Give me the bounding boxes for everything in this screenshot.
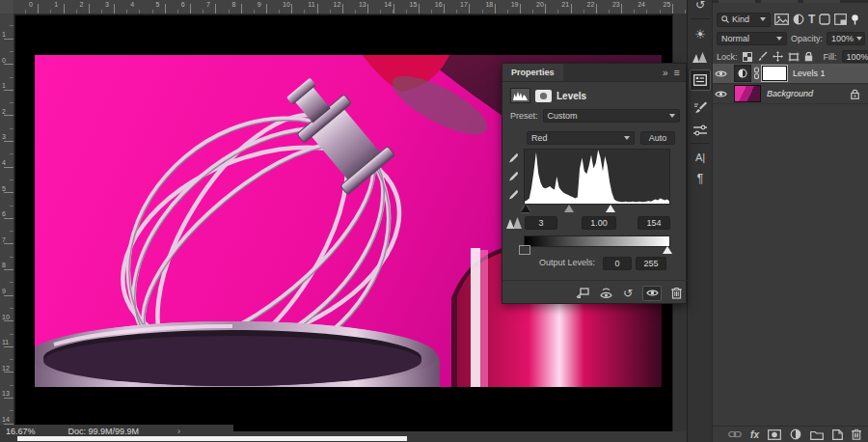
history-panel-icon[interactable]: ↺ [690, 0, 711, 15]
layer-thumbnail[interactable] [734, 85, 761, 102]
ruler-left: 101234567891011121314 [0, 14, 14, 431]
doc-size: Doc: 99.9M/99.9M [68, 427, 140, 436]
layers-bottom-bar: fx [713, 426, 868, 442]
lock-pixels-icon[interactable] [757, 51, 768, 62]
filter-toggle-icon[interactable] [851, 14, 859, 25]
background-lock-icon[interactable] [851, 89, 859, 99]
layer-row-levels[interactable]: Levels 1 [713, 64, 868, 84]
tool-presets-panel-icon[interactable] [690, 120, 711, 141]
view-previous-state-icon[interactable] [599, 288, 613, 299]
brush-settings-panel-icon[interactable] [690, 97, 711, 118]
layers-tab-strip[interactable] [713, 0, 868, 3]
adjustment-layer-thumbnail[interactable] [734, 65, 751, 82]
input-black-field[interactable]: 3 [525, 216, 557, 230]
input-gamma-field[interactable]: 1.00 [582, 216, 616, 230]
zoom-level[interactable]: 16.67% [6, 427, 36, 436]
ruler-corner [0, 0, 14, 14]
status-chevron[interactable]: › [177, 427, 180, 436]
blend-mode-dropdown[interactable]: Normal [717, 32, 787, 45]
output-white-field[interactable]: 255 [636, 257, 666, 270]
input-white-field[interactable]: 154 [637, 216, 670, 230]
input-slider-white[interactable] [606, 205, 615, 212]
white-point-eyedropper-icon[interactable] [507, 189, 519, 201]
lock-artboard-icon[interactable] [788, 52, 800, 62]
input-slider-track [524, 205, 668, 213]
panel-dock: ↺ ☀ A| ¶ [687, 0, 714, 442]
levels-histogram [524, 149, 670, 205]
toggle-visibility-icon[interactable] [642, 286, 662, 301]
paragraph-panel-icon[interactable]: ¶ [690, 168, 711, 189]
preset-label: Preset: [510, 111, 538, 121]
auto-button[interactable]: Auto [640, 131, 675, 145]
search-icon [721, 15, 729, 23]
lock-label: Lock: [717, 52, 738, 62]
levels-mountains-icon [506, 216, 523, 229]
chevron-down-icon [669, 114, 675, 118]
levels-histogram-icon [510, 88, 530, 103]
filter-adjustment-layers-icon[interactable] [793, 14, 804, 25]
preset-value: Custom [548, 111, 666, 121]
taskbar-sliver [17, 436, 407, 441]
layer-style-fx-icon[interactable]: fx [750, 429, 759, 440]
add-mask-icon[interactable] [768, 429, 781, 440]
layer-name[interactable]: Levels 1 [793, 69, 826, 78]
fill-value: 100% [847, 52, 868, 62]
channel-dropdown[interactable]: Red [527, 131, 635, 145]
filter-pixel-layers-icon[interactable] [774, 14, 789, 25]
panel-title: Levels [556, 91, 586, 101]
preset-dropdown[interactable]: Custom [543, 109, 680, 123]
lock-transparency-icon[interactable] [743, 52, 752, 62]
output-black-field[interactable]: 0 [603, 257, 632, 270]
filter-shape-layers-icon[interactable] [819, 14, 830, 25]
properties-panel: Properties » ≡ Levels Preset: Custom [502, 63, 687, 304]
collapse-panel-icon[interactable]: » [659, 68, 672, 78]
opacity-field[interactable]: 100% [827, 32, 865, 45]
delete-layer-icon[interactable] [852, 428, 861, 440]
output-slider-track [524, 246, 668, 255]
clip-to-layer-icon[interactable] [576, 288, 589, 299]
adjustments-panel-icon[interactable]: ☀ [690, 23, 711, 44]
chevron-down-icon [624, 136, 630, 140]
delete-adjustment-icon[interactable] [671, 287, 682, 299]
visibility-eye-icon[interactable] [713, 69, 728, 78]
fill-field[interactable]: 100% [842, 50, 868, 63]
chevron-down-icon [856, 37, 862, 41]
new-adjustment-layer-icon[interactable] [790, 428, 801, 440]
mask-link-icon[interactable] [753, 67, 760, 80]
layer-row-background[interactable]: Background [713, 84, 868, 104]
filter-smart-objects-icon[interactable] [834, 14, 847, 25]
layer-mask-thumbnail[interactable] [762, 66, 787, 81]
lock-position-icon[interactable] [773, 51, 783, 62]
tab-properties[interactable]: Properties [502, 64, 563, 81]
filter-kind-dropdown[interactable]: Kind [717, 13, 771, 27]
black-point-eyedropper-icon[interactable] [507, 152, 519, 164]
visibility-eye-icon[interactable] [713, 90, 728, 98]
input-slider-mid[interactable] [564, 205, 574, 212]
new-layer-icon[interactable] [832, 429, 843, 440]
reset-adjustment-icon[interactable]: ↺ [623, 288, 633, 299]
character-panel-icon[interactable]: A| [690, 147, 711, 168]
layer-name[interactable]: Background [767, 89, 813, 98]
properties-header: Properties » ≡ [502, 64, 686, 82]
filter-kind-value: Kind [732, 14, 757, 24]
gray-point-eyedropper-icon[interactable] [507, 171, 519, 182]
fill-label: Fill: [824, 52, 837, 62]
output-levels-label: Output Levels: [539, 258, 595, 267]
link-layers-icon[interactable] [728, 430, 742, 438]
auto-label: Auto [649, 133, 667, 143]
lock-all-icon[interactable] [804, 51, 813, 62]
opacity-value: 100% [831, 34, 854, 43]
blend-mode-value: Normal [721, 34, 773, 43]
input-slider-black[interactable] [521, 205, 530, 212]
photoshop-window: 0123456789101112131415161718192021222324… [0, 0, 868, 442]
new-group-folder-icon[interactable] [810, 429, 824, 440]
chevron-down-icon [776, 37, 782, 41]
output-slider-white[interactable] [663, 246, 672, 254]
properties-panel-icon[interactable] [690, 69, 711, 91]
histogram-shape [525, 150, 669, 204]
filter-type-layers-icon[interactable]: T [808, 13, 815, 26]
channel-value: Red [531, 133, 621, 143]
output-slider-black[interactable] [520, 246, 529, 254]
histogram-panel-icon[interactable] [690, 46, 711, 68]
panel-menu-icon[interactable]: ≡ [672, 67, 686, 78]
